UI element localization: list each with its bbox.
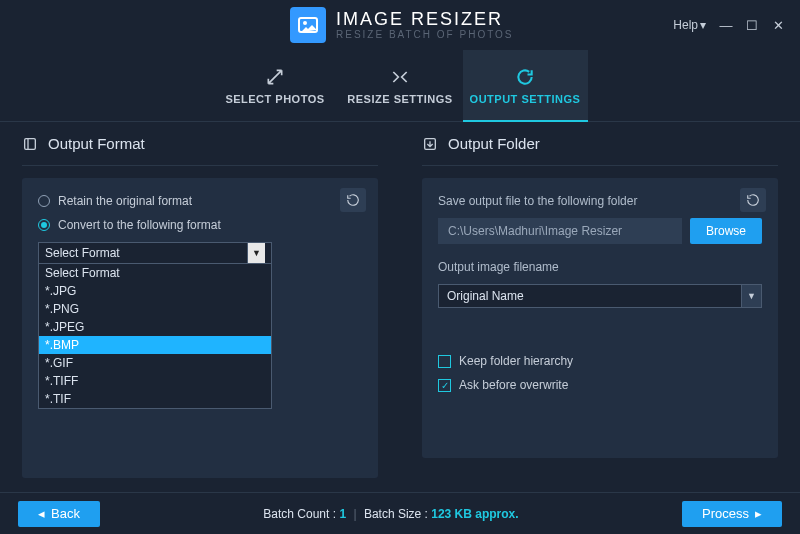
checkbox-ask-overwrite[interactable]: ✓ Ask before overwrite (438, 378, 762, 392)
format-option[interactable]: *.TIF (39, 390, 271, 408)
content-area: Output Format Retain the original format… (0, 122, 800, 492)
chevron-down-icon: ▼ (247, 243, 265, 263)
footer-bar: ◂ Back Batch Count : 1 | Batch Size : 12… (0, 492, 800, 534)
chevron-down-icon: ▾ (700, 18, 706, 32)
svg-point-1 (303, 21, 307, 25)
window-controls: Help ▾ — ☐ ✕ (667, 13, 790, 37)
format-option[interactable]: Select Format (39, 264, 271, 282)
undo-icon (346, 193, 360, 207)
checkbox-label: Ask before overwrite (459, 378, 568, 392)
app-subtitle: RESIZE BATCH OF PHOTOS (336, 29, 514, 40)
right-column: Output Folder Save output file to the fo… (400, 122, 800, 492)
radio-retain-original[interactable]: Retain the original format (38, 194, 362, 208)
back-button[interactable]: ◂ Back (18, 501, 100, 527)
format-option[interactable]: *.PNG (39, 300, 271, 318)
refresh-icon (515, 67, 535, 87)
checkbox-label: Keep folder hierarchy (459, 354, 573, 368)
save-folder-label: Save output file to the following folder (438, 194, 762, 208)
section-title: Output Format (48, 135, 145, 152)
help-label: Help (673, 18, 698, 32)
checkbox-keep-hierarchy[interactable]: Keep folder hierarchy (438, 354, 762, 368)
radio-label: Retain the original format (58, 194, 192, 208)
folder-path-input[interactable]: C:\Users\Madhuri\Image Resizer (438, 218, 682, 244)
checkbox-icon: ✓ (438, 379, 451, 392)
folder-path-row: C:\Users\Madhuri\Image Resizer Browse (438, 218, 762, 244)
format-option[interactable]: *.BMP (39, 336, 271, 354)
titlebar: IMAGE RESIZER RESIZE BATCH OF PHOTOS Hel… (0, 0, 800, 50)
chevron-down-icon[interactable]: ▼ (742, 284, 762, 308)
batch-count-value: 1 (339, 507, 346, 521)
folder-export-icon (422, 136, 438, 152)
close-button[interactable]: ✕ (766, 13, 790, 37)
batch-size-value: 123 KB approx. (431, 507, 518, 521)
expand-icon (265, 67, 285, 87)
format-option[interactable]: *.JPG (39, 282, 271, 300)
checkbox-icon (438, 355, 451, 368)
batch-size-label: Batch Size : (364, 507, 428, 521)
format-select[interactable]: Select Format ▼ Select Format*.JPG*.PNG*… (38, 242, 272, 264)
chevron-left-icon: ◂ (38, 506, 45, 521)
help-link[interactable]: Help ▾ (667, 14, 712, 36)
radio-convert-format[interactable]: Convert to the following format (38, 218, 362, 232)
reset-folder-button[interactable] (740, 188, 766, 212)
format-panel: Retain the original format Convert to th… (22, 178, 378, 478)
tab-label: RESIZE SETTINGS (347, 93, 452, 105)
minimize-button[interactable]: — (714, 13, 738, 37)
tab-resize-settings[interactable]: RESIZE SETTINGS (338, 50, 463, 121)
format-select-display[interactable]: Select Format ▼ (38, 242, 272, 264)
maximize-button[interactable]: ☐ (740, 13, 764, 37)
filename-label: Output image filename (438, 260, 762, 274)
filename-value: Original Name (438, 284, 742, 308)
format-option[interactable]: *.JPEG (39, 318, 271, 336)
mirror-icon (390, 67, 410, 87)
radio-label: Convert to the following format (58, 218, 221, 232)
left-column: Output Format Retain the original format… (0, 122, 400, 492)
section-title: Output Folder (448, 135, 540, 152)
format-option[interactable]: *.TIFF (39, 372, 271, 390)
process-button[interactable]: Process ▸ (682, 501, 782, 527)
format-icon (22, 136, 38, 152)
radio-icon (38, 195, 50, 207)
tab-label: OUTPUT SETTINGS (470, 93, 581, 105)
tab-label: SELECT PHOTOS (225, 93, 324, 105)
format-option[interactable]: *.GIF (39, 354, 271, 372)
format-select-value: Select Format (45, 246, 120, 260)
app-logo-icon (290, 7, 326, 43)
svg-rect-2 (25, 138, 36, 149)
filename-select[interactable]: Original Name ▼ (438, 284, 762, 308)
section-header-folder: Output Folder (422, 122, 778, 166)
browse-button[interactable]: Browse (690, 218, 762, 244)
radio-icon (38, 219, 50, 231)
chevron-right-icon: ▸ (755, 506, 762, 521)
undo-icon (746, 193, 760, 207)
main-tabs: SELECT PHOTOS RESIZE SETTINGS OUTPUT SET… (0, 50, 800, 122)
tab-select-photos[interactable]: SELECT PHOTOS (213, 50, 338, 121)
process-label: Process (702, 506, 749, 521)
format-select-dropdown: Select Format*.JPG*.PNG*.JPEG*.BMP*.GIF*… (38, 264, 272, 409)
back-label: Back (51, 506, 80, 521)
folder-panel: Save output file to the following folder… (422, 178, 778, 458)
batch-count-label: Batch Count : (263, 507, 336, 521)
reset-format-button[interactable] (340, 188, 366, 212)
section-header-format: Output Format (22, 122, 378, 166)
footer-info: Batch Count : 1 | Batch Size : 123 KB ap… (100, 507, 682, 521)
app-title: IMAGE RESIZER (336, 10, 514, 30)
tab-output-settings[interactable]: OUTPUT SETTINGS (463, 50, 588, 121)
app-logo: IMAGE RESIZER RESIZE BATCH OF PHOTOS (290, 7, 514, 43)
